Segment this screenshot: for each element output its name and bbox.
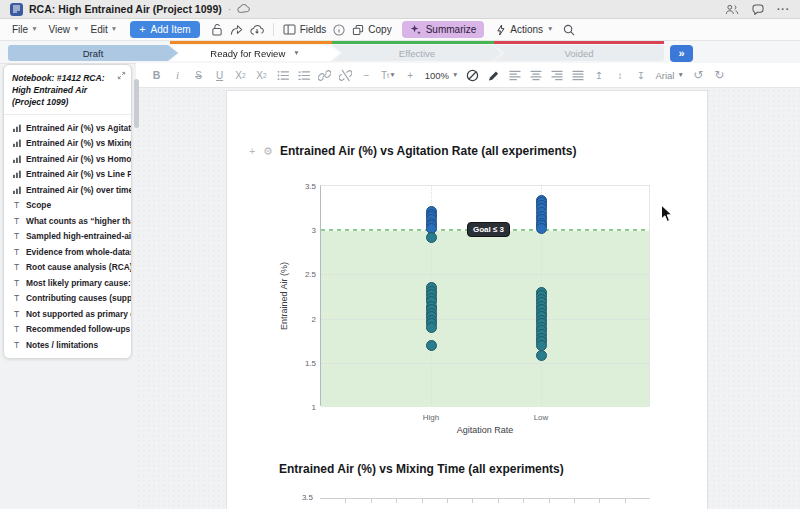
fields-button[interactable]: Fields [283,24,327,35]
fields-panel-icon [283,24,296,35]
bullet-list-button[interactable] [276,67,289,83]
edit-menu[interactable]: Edit▼ [89,22,120,37]
x-tick [549,499,550,503]
chevron-down-icon: ▼ [547,26,553,33]
x-tick [523,499,524,503]
more-options-icon[interactable]: ··· [777,4,790,15]
x-tick [396,499,397,503]
search-icon[interactable] [563,24,575,36]
stage-voided[interactable]: Voided [494,45,664,61]
sidebar-item[interactable]: Entrained Air (%) vs Mixing [4,136,131,152]
sidebar-item[interactable]: TRoot cause analysis (RCA) [4,260,131,276]
sidebar-list: Entrained Air (%) vs AgitatiEntrained Ai… [4,115,131,355]
align-center-button[interactable] [529,67,542,83]
cloud-download-icon[interactable] [250,24,264,36]
align-top-button[interactable]: ↥ [592,67,605,83]
x-tick [498,499,499,503]
sidebar-item-label: Entrained Air (%) vs Mixing [26,138,131,148]
add-block-icon[interactable]: + [249,146,255,157]
summarize-button[interactable]: Summarize [402,21,485,38]
align-middle-button[interactable]: ↕ [613,67,626,83]
sidebar-item[interactable]: TMost likely primary cause: [4,275,131,291]
sidebar-item[interactable]: TRecommended follow-ups [4,322,131,338]
file-menu[interactable]: File▼ [10,22,40,37]
expand-icon[interactable] [117,71,126,80]
font-size-increase-button[interactable]: + [404,67,417,83]
link-button[interactable] [318,67,331,83]
text-block-icon: T [12,200,21,210]
italic-button[interactable]: i [171,67,184,83]
align-bottom-button[interactable]: ↧ [634,67,647,83]
underline-button[interactable]: U [213,67,226,83]
actions-menu[interactable]: Actions▼ [494,22,555,38]
x-tick-label: High [413,413,449,422]
document-scroll-area[interactable]: + ⚙ Entrained Air (%) vs Agitation Rate … [136,88,800,509]
x-tick [371,499,372,503]
sidebar-item-label: Entrained Air (%) over time [26,185,131,195]
data-point-below-goal [536,350,547,361]
data-point-below-goal [426,340,437,351]
workflow-status-bar: Draft Ready for Review▼ Effective Voided… [0,41,800,64]
unlink-button[interactable] [339,67,352,83]
font-size-selector[interactable]: Tt▼ [381,67,396,83]
sidebar-item[interactable]: TContributing causes (suppo [4,291,131,307]
y-tick-label: 3 [296,226,316,235]
font-size-decrease-button[interactable]: − [360,67,373,83]
sidebar-item[interactable]: TNot supported as primary d [4,306,131,322]
bold-button[interactable]: B [150,67,163,83]
undo-button[interactable]: ↺ [692,67,705,83]
collaborators-icon[interactable] [725,4,739,15]
add-item-button[interactable]: +Add Item [130,21,199,38]
view-menu[interactable]: View▼ [47,22,82,37]
chart-icon [12,155,21,163]
text-color-button[interactable] [466,67,479,83]
info-icon[interactable] [333,24,345,36]
font-family-selector[interactable]: Arial▼ [655,70,683,81]
unlock-icon[interactable] [211,23,223,36]
superscript-button[interactable]: X2 [234,67,247,83]
document-page: + ⚙ Entrained Air (%) vs Agitation Rate … [226,90,708,509]
advance-workflow-button[interactable]: » [670,45,693,62]
chart2-plot-area [320,498,650,509]
stage-effective[interactable]: Effective [332,45,502,61]
sidebar-item-label: What counts as “higher tha [26,216,131,226]
sidebar-item[interactable]: Entrained Air (%) vs Line Pr [4,167,131,183]
gridline [321,319,649,320]
stage-ready-for-review[interactable]: Ready for Review▼ [170,45,340,61]
chart-icon [12,170,21,178]
goal-badge: Goal ≤ 3 [467,222,510,237]
chevron-down-icon: ▼ [111,26,117,33]
stage-draft[interactable]: Draft [8,45,178,61]
strikethrough-button[interactable]: S [192,67,205,83]
sidebar-item[interactable]: TScope [4,198,131,214]
sidebar-item[interactable]: TNotes / limitations [4,337,131,353]
sidebar-item[interactable]: TSampled high-entrained-ai [4,229,131,245]
sidebar-item[interactable]: TWhat counts as “higher tha [4,213,131,229]
chevron-down-icon: ▼ [452,72,458,79]
app-window: { "titlebar": { "title": "RCA: High Entr… [0,0,800,509]
sidebar-item[interactable]: TEvidence from whole-datas [4,244,131,260]
sidebar-item[interactable]: Entrained Air (%) vs Agitati [4,120,131,136]
sidebar-item-label: Scope [26,200,51,210]
sidebar-item[interactable]: Entrained Air (%) over time [4,182,131,198]
align-left-button[interactable] [508,67,521,83]
share-forward-icon[interactable] [230,24,243,36]
subscript-button[interactable]: X2 [255,67,268,83]
copy-button[interactable]: Copy [352,24,391,36]
highlighter-button[interactable] [487,67,500,83]
x-tick [574,499,575,503]
numbered-list-button[interactable] [297,67,310,83]
notebook-outline-sidebar: Notebook: #1412 RCA: High Entrained Air … [3,64,132,359]
chart2-title: Entrained Air (%) vs Mixing Time (all ex… [279,462,564,476]
sidebar-scrollbar[interactable] [134,79,139,128]
zoom-selector[interactable]: 100%▼ [425,70,459,81]
align-right-button[interactable] [550,67,563,83]
chevron-down-icon: ▼ [31,26,37,33]
redo-button[interactable]: ↻ [713,67,726,83]
gear-icon[interactable]: ⚙ [263,146,273,157]
notebook-app-icon [10,3,23,16]
comments-icon[interactable] [752,4,764,15]
y-tick-label: 1 [296,403,316,412]
align-justify-button[interactable] [571,67,584,83]
sidebar-item[interactable]: Entrained Air (%) vs Homog [4,151,131,167]
